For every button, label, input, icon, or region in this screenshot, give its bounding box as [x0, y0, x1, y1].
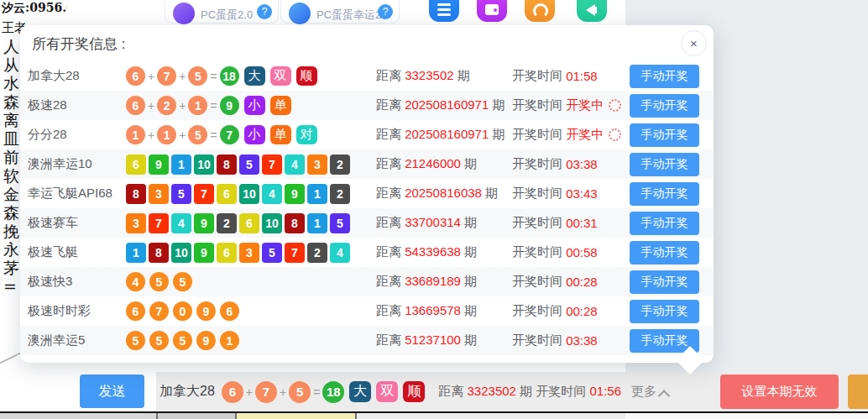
sum-ball: 7	[220, 125, 239, 144]
period-distance: 距离 20250816038 期	[376, 186, 512, 202]
lottery-name: 极速28	[28, 97, 126, 113]
time-value: 03:38	[562, 333, 598, 348]
plus-sign: +	[179, 128, 186, 142]
draw-time: 开奖时间 00:28	[512, 274, 630, 290]
draw-time: 开奖时间 00:31	[512, 215, 630, 231]
manual-draw-button[interactable]: 手动开奖	[630, 123, 699, 147]
draw-numbers: 67096	[126, 301, 376, 321]
draw-numbers: 455	[126, 272, 376, 291]
manual-draw-button[interactable]: 手动开奖	[630, 270, 699, 294]
time-label: 开奖时间	[512, 244, 562, 260]
result-badge: 双	[376, 381, 398, 402]
period-distance: 距离 202508160971 期	[376, 97, 512, 113]
app-shortcut[interactable]	[429, 0, 459, 22]
send-button[interactable]: 发送	[80, 374, 144, 408]
number-ball: 4	[126, 272, 145, 291]
number-ball: 6	[220, 301, 239, 321]
summary-lottery-name: 加拿大28	[159, 383, 215, 401]
number-ball: 4	[330, 243, 350, 263]
number-ball: 5	[171, 184, 191, 204]
note-char: 离	[3, 111, 22, 129]
number-ball: 1	[157, 125, 176, 144]
note-text: 汐云:0956.6	[2, 1, 75, 16]
draw-numbers: 37492610815	[126, 213, 376, 233]
game-card: PC蛋蛋2.0?	[165, 0, 279, 24]
background-panel: PC蛋蛋2.0?PC蛋蛋幸运28?	[67, 0, 625, 25]
distance-label: 距离	[376, 274, 405, 288]
manual-draw-button[interactable]: 手动开奖	[630, 182, 699, 206]
number-ball: 2	[157, 96, 176, 115]
draw-time: 开奖时间 开奖中	[512, 97, 630, 113]
number-ball: 6	[217, 243, 237, 263]
draw-time: 开奖时间 00:28	[512, 303, 630, 319]
number-ball: 4	[285, 155, 305, 175]
loading-icon	[609, 128, 621, 141]
draw-numbers: 83576104912	[126, 184, 376, 204]
distance-label: 距离	[376, 215, 405, 229]
period-number: 202508160971	[405, 97, 489, 112]
manual-draw-button[interactable]: 手动开奖	[630, 65, 699, 88]
period-distance: 距离 21246000 期	[376, 156, 512, 172]
note-char: 前	[3, 148, 22, 166]
lottery-row: 极速赛车37492610815距离 33700314 期开奖时间 00:31手动…	[20, 208, 714, 238]
number-ball: 7	[255, 381, 277, 403]
background-window	[237, 413, 357, 419]
manual-draw-button[interactable]: 手动开奖	[630, 153, 699, 176]
more-toggle[interactable]: 更多	[631, 384, 668, 400]
period-unit: 期	[461, 244, 477, 259]
app-shortcut[interactable]	[525, 0, 555, 22]
distance-label: 距离	[376, 186, 405, 200]
number-ball: 1	[126, 243, 146, 263]
taskbar-strip	[0, 411, 868, 419]
lottery-row: 极速快3455距离 33689189 期开奖时间 00:28手动开奖	[20, 267, 714, 296]
result-badge: 双	[270, 66, 291, 86]
partial-warning-button[interactable]	[848, 374, 868, 409]
number-ball: 1	[126, 125, 145, 144]
number-ball: 1	[307, 184, 327, 204]
result-badge: 单	[270, 96, 291, 115]
period-number: 51237100	[405, 333, 461, 347]
manual-draw-button[interactable]: 手动开奖	[630, 212, 699, 235]
manual-draw-button[interactable]: 手动开奖	[630, 300, 699, 323]
manual-draw-button[interactable]: 手动开奖	[630, 241, 699, 264]
note-char: 水	[3, 74, 22, 92]
app-shortcut[interactable]	[477, 0, 507, 22]
draw-time: 开奖时间 03:43	[512, 186, 630, 202]
equals-sign: =	[210, 70, 217, 83]
number-ball: 6	[126, 96, 145, 115]
equals-sign: =	[210, 128, 217, 142]
time-label: 开奖时间	[512, 303, 562, 319]
bottom-bar: 发送 加拿大286+7+5=18大双顺距离 3323502 期 开奖时间 01:…	[0, 372, 868, 411]
help-badge[interactable]: ?	[378, 4, 393, 19]
number-ball: 1	[220, 331, 239, 350]
refresh-icon	[533, 3, 548, 18]
time-value: 01:56	[589, 384, 621, 398]
draw-time: 开奖时间 03:38	[512, 156, 630, 172]
number-ball: 10	[194, 155, 214, 175]
time-label: 开奖时间	[512, 156, 562, 172]
wallet-icon	[485, 4, 499, 15]
close-button[interactable]: ×	[681, 30, 707, 56]
number-ball: 8	[149, 243, 169, 263]
manual-draw-button[interactable]: 手动开奖	[630, 94, 699, 118]
number-ball: 8	[285, 213, 305, 233]
note-char: =	[3, 277, 22, 296]
note-char: 永	[3, 240, 22, 259]
set-invalid-button[interactable]: 设置本期无效	[720, 374, 839, 409]
period-unit: 期	[461, 333, 477, 347]
number-ball: 5	[239, 155, 259, 175]
time-label: 开奖时间	[512, 127, 562, 143]
number-ball: 5	[126, 331, 145, 350]
lottery-name: 分分28	[28, 127, 126, 143]
note-char: 金	[3, 185, 22, 203]
draw-time: 开奖时间 03:38	[512, 333, 630, 348]
time-value: 03:38	[562, 157, 598, 171]
distance-label: 距离	[376, 68, 405, 82]
plus-sign: +	[179, 99, 186, 113]
app-shortcut[interactable]	[577, 0, 607, 22]
distance-label: 距离	[376, 156, 405, 170]
help-badge[interactable]: ?	[257, 4, 272, 19]
number-ball: 7	[194, 184, 214, 204]
lottery-name: 幸运飞艇API68	[28, 186, 126, 202]
time-value: 01:58	[562, 69, 598, 83]
